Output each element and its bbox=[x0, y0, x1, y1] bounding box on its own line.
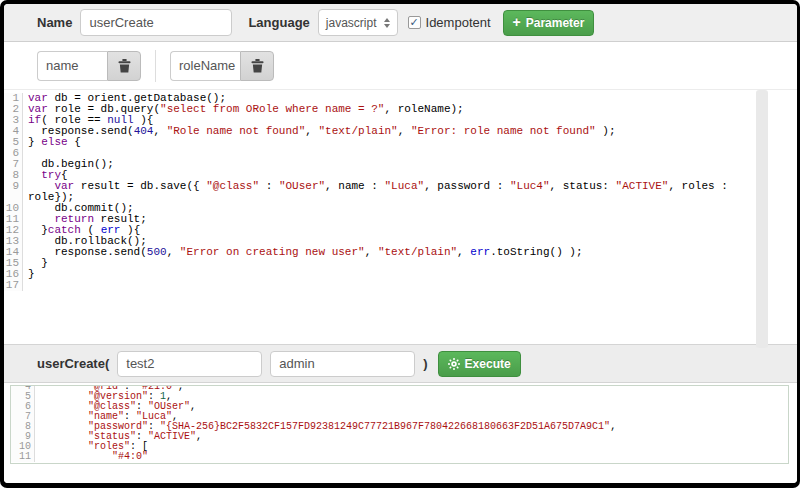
line-number: 11 bbox=[11, 452, 35, 462]
window-frame: Name Language javascript Idempotent Para… bbox=[0, 0, 800, 488]
code-line: 14 response.send(500, "Error on creating… bbox=[4, 247, 797, 258]
trash-icon bbox=[251, 59, 264, 73]
code-line: 4 response.send(404, "Role name not foun… bbox=[4, 126, 797, 137]
parameter-group bbox=[170, 51, 274, 81]
code-line: 11 "#4:0" bbox=[11, 452, 788, 462]
trash-icon bbox=[118, 59, 131, 73]
code-line: 6 bbox=[4, 148, 797, 159]
gear-icon bbox=[448, 358, 460, 370]
execute-arg-input-2[interactable] bbox=[270, 351, 415, 377]
execute-button-label: Execute bbox=[465, 357, 511, 371]
output-section: 4 "@rid": "#21:0",5 "@version": 1,6 "@cl… bbox=[4, 383, 797, 483]
line-number: 9 bbox=[4, 181, 23, 203]
language-select[interactable]: javascript bbox=[318, 9, 398, 36]
code-line: 17 bbox=[4, 280, 797, 291]
name-label: Name bbox=[37, 15, 72, 30]
code-line: 9 var result = db.save({ "@class" : "OUs… bbox=[4, 181, 797, 203]
code-line: 15 } bbox=[4, 258, 797, 269]
function-editor-panel: Name Language javascript Idempotent Para… bbox=[4, 4, 797, 483]
idempotent-label: Idempotent bbox=[426, 15, 491, 30]
code-line: 5} else { bbox=[4, 137, 797, 148]
execute-button[interactable]: Execute bbox=[438, 351, 521, 377]
delete-parameter-button[interactable] bbox=[107, 51, 141, 81]
parameter-group bbox=[37, 51, 141, 81]
language-selected-value: javascript bbox=[326, 16, 377, 30]
code-line: 16} bbox=[4, 269, 797, 280]
vertical-scrollbar[interactable] bbox=[756, 90, 768, 348]
parameter-name-input[interactable] bbox=[37, 51, 107, 81]
plus-icon bbox=[513, 16, 521, 30]
code-line: 7 db.begin(); bbox=[4, 159, 797, 170]
add-parameter-button[interactable]: Parameter bbox=[503, 10, 595, 36]
function-name-input[interactable] bbox=[80, 9, 232, 36]
parameter-name-input[interactable] bbox=[170, 51, 240, 81]
parameters-row bbox=[4, 42, 797, 89]
add-parameter-label: Parameter bbox=[526, 16, 585, 30]
line-number: 4 bbox=[11, 385, 35, 392]
parameter-divider bbox=[155, 50, 156, 82]
line-number: 17 bbox=[4, 280, 23, 291]
execute-function-label: userCreate( bbox=[37, 356, 109, 371]
execute-bar: userCreate( ) Execute bbox=[4, 344, 797, 383]
function-toolbar: Name Language javascript Idempotent Para… bbox=[4, 4, 797, 42]
line-number: 7 bbox=[11, 412, 35, 422]
idempotent-checkbox[interactable] bbox=[408, 16, 421, 29]
result-json: 4 "@rid": "#21:0",5 "@version": 1,6 "@cl… bbox=[11, 385, 788, 462]
delete-parameter-button[interactable] bbox=[240, 51, 274, 81]
code-editor[interactable]: 1var db = orient.getDatabase();2var role… bbox=[4, 89, 797, 344]
line-number: 6 bbox=[11, 402, 35, 412]
language-label: Language bbox=[248, 15, 309, 30]
select-stepper-icon bbox=[384, 18, 390, 28]
execute-close-paren: ) bbox=[423, 356, 427, 371]
line-number: 5 bbox=[11, 392, 35, 402]
line-number: 8 bbox=[11, 422, 35, 432]
execute-arg-input-1[interactable] bbox=[117, 351, 262, 377]
result-output[interactable]: 4 "@rid": "#21:0",5 "@version": 1,6 "@cl… bbox=[10, 385, 789, 464]
